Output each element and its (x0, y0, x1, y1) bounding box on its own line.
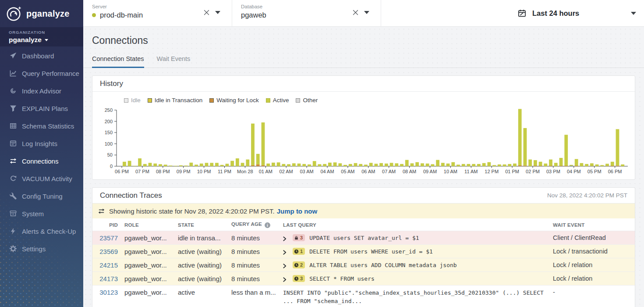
traces-timestamp: Nov 28, 2022 4:20:02 PM PST (547, 192, 627, 199)
sidebar: pganalyze ORGANIZATION pganalyze Dashboa… (0, 0, 83, 307)
query-age-cell: 8 minutes (231, 258, 283, 272)
sidebar-item-alerts-check-up[interactable]: Alerts & Check-Up (0, 222, 83, 240)
last-query-cell: INSERT INTO "public"."schema_index_stats… (283, 286, 553, 307)
column-header-wait-event: WAIT EVENT (553, 218, 635, 231)
sidebar-item-label: Dashboard (22, 52, 54, 60)
svg-text:09 AM: 09 AM (423, 169, 437, 174)
table-icon (9, 122, 17, 130)
legend-label: Waiting for Lock (216, 97, 258, 104)
sidebar-item-connections[interactable]: Connections (0, 152, 83, 170)
calendar-icon (518, 9, 526, 18)
server-label: Server (92, 4, 232, 9)
server-selector[interactable]: Server prod-db-main (83, 0, 232, 26)
sidebar-item-label: Query Performance (22, 70, 79, 77)
wait-event-cell: Client / ClientRead (553, 231, 635, 245)
timerange-selector[interactable]: Last 24 hours (518, 0, 636, 26)
legend-item-waiting-for-lock[interactable]: Waiting for Lock (209, 97, 258, 104)
sidebar-nav: DashboardQuery PerformanceIndex AdvisorE… (0, 46, 83, 257)
connection-row[interactable]: 30123pgaweb_wor...activeless than a m...… (92, 286, 635, 307)
sidebar-item-label: Config Tuning (22, 193, 63, 200)
clear-database-icon[interactable] (353, 10, 358, 15)
svg-text:12 PM: 12 PM (485, 169, 499, 174)
chevron-down-icon[interactable] (631, 12, 636, 15)
pid-cell[interactable]: 30123 (92, 286, 124, 307)
sidebar-item-settings[interactable]: Settings (0, 240, 83, 257)
query-text: ALTER TABLE users ADD COLUMN metadata js… (309, 261, 457, 269)
expand-chevron-icon[interactable] (283, 249, 287, 254)
pid-cell[interactable]: 23569 (92, 245, 124, 258)
last-query-cell: 3UPDATE users SET avatar_url = $1 (283, 231, 553, 245)
vacuum-icon (9, 175, 17, 182)
pid-cell[interactable]: 24215 (92, 258, 124, 272)
sidebar-item-vacuum-activity[interactable]: VACUUM Activity (0, 170, 83, 187)
state-cell: idle in transa... (178, 231, 231, 245)
legend-item-active[interactable]: Active (266, 97, 289, 104)
pid-cell[interactable]: 23577 (92, 231, 124, 245)
brand-name: pganalyze (26, 9, 70, 19)
sidebar-item-query-performance[interactable]: Query Performance (0, 64, 83, 82)
sidebar-item-label: EXPLAIN Plans (22, 105, 68, 112)
last-query-cell: 2ALTER TABLE users ADD COLUMN metadata j… (283, 258, 553, 272)
connection-traces-panel: Connection Traces Nov 28, 2022 4:20:02 P… (92, 187, 635, 307)
role-cell: pgaweb_wor... (124, 258, 178, 272)
svg-text:02 AM: 02 AM (280, 169, 293, 174)
pid-cell[interactable]: 24173 (92, 272, 124, 286)
tab-connection-states[interactable]: Connection States (92, 55, 144, 68)
connection-row[interactable]: 24173pgaweb_wor...active (waiting)8 minu… (92, 272, 635, 286)
timerange-value: Last 24 hours (532, 9, 579, 18)
bolt-icon (9, 228, 17, 235)
role-cell: pgaweb_wor... (124, 231, 178, 245)
sidebar-item-explain-plans[interactable]: EXPLAIN Plans (0, 100, 83, 117)
query-age-cell: 8 minutes (231, 272, 283, 286)
sidebar-item-label: Log Insights (22, 140, 57, 147)
connection-row[interactable]: 23577pgaweb_wor...idle in transa...8 min… (92, 231, 635, 245)
sidebar-item-schema-statistics[interactable]: Schema Statistics (0, 117, 83, 135)
wrench-icon (9, 193, 17, 200)
svg-text:100: 100 (105, 141, 113, 146)
chevron-down-icon[interactable] (364, 11, 369, 14)
chevron-down-icon[interactable] (215, 11, 220, 14)
column-header-state: STATE (178, 218, 231, 231)
expand-chevron-icon[interactable] (283, 235, 287, 240)
svg-text:Mon 28: Mon 28 (237, 169, 253, 174)
history-chart-area: IdleIdle in TransactionWaiting for LockA… (92, 92, 635, 179)
legend-swatch (266, 98, 270, 103)
svg-text:04 PM: 04 PM (567, 169, 581, 174)
expand-chevron-icon[interactable] (283, 262, 287, 268)
legend-item-idle[interactable]: Idle (124, 97, 141, 104)
connection-row[interactable]: 23569pgaweb_wor...active (waiting)8 minu… (92, 245, 635, 258)
database-selector[interactable]: Database pgaweb (232, 0, 381, 26)
svg-text:06 PM: 06 PM (115, 169, 129, 174)
org-switcher[interactable]: ORGANIZATION pganalyze (0, 27, 83, 46)
sidebar-item-log-insights[interactable]: Log Insights (0, 135, 83, 152)
brand[interactable]: pganalyze (0, 0, 83, 27)
expand-chevron-icon[interactable] (283, 276, 287, 281)
query-text: SELECT * FROM users (309, 275, 375, 283)
database-value: pgaweb (241, 11, 266, 19)
info-icon[interactable] (265, 222, 270, 228)
org-label: ORGANIZATION (9, 30, 83, 35)
pganalyze-logo-icon (6, 5, 22, 22)
legend-item-idle-in-transaction[interactable]: Idle in Transaction (148, 97, 203, 104)
svg-text:10 AM: 10 AM (444, 169, 457, 174)
svg-text:03 AM: 03 AM (300, 169, 314, 174)
jump-to-now-link[interactable]: Jump to now (277, 207, 318, 215)
sidebar-item-index-advisor[interactable]: Index Advisor (0, 82, 83, 100)
chart-icon (9, 70, 17, 77)
sidebar-item-dashboard[interactable]: Dashboard (0, 47, 83, 64)
rocket-icon (9, 52, 17, 60)
tab-wait-events[interactable]: Wait Events (157, 55, 191, 68)
column-header-last-query: LAST QUERY (283, 218, 553, 231)
svg-text:11 AM: 11 AM (464, 169, 478, 174)
svg-text:08 AM: 08 AM (403, 169, 416, 174)
svg-text:05 PM: 05 PM (587, 169, 602, 174)
legend-item-other[interactable]: Other (296, 97, 318, 104)
sidebar-item-system[interactable]: System (0, 205, 83, 222)
sidebar-item-config-tuning[interactable]: Config Tuning (0, 187, 83, 205)
state-cell: active (waiting) (178, 245, 231, 258)
history-chart: 05010015020025006 PM07 PM08 PM09 PM10 PM… (92, 106, 635, 176)
svg-text:06 AM: 06 AM (361, 169, 375, 174)
funnel-icon (9, 105, 17, 112)
connection-row[interactable]: 24215pgaweb_wor...active (waiting)8 minu… (92, 258, 635, 272)
clear-server-icon[interactable] (204, 10, 209, 15)
